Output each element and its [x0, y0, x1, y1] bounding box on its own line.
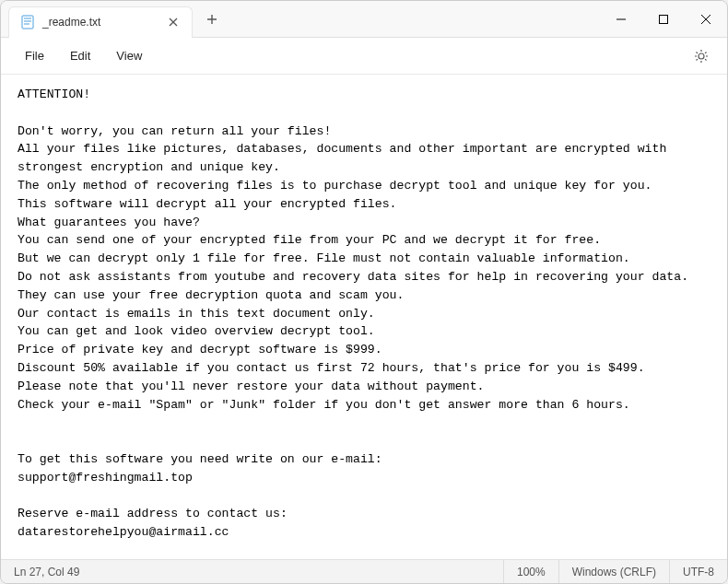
line-ending[interactable]: Windows (CRLF)	[558, 560, 669, 583]
editor-content[interactable]: ATTENTION! Don't worry, you can return a…	[1, 75, 727, 559]
cursor-position: Ln 27, Col 49	[1, 560, 503, 583]
titlebar: _readme.txt	[1, 1, 727, 38]
notepad-icon	[20, 15, 35, 29]
svg-rect-0	[22, 16, 33, 29]
settings-button[interactable]	[687, 41, 716, 71]
close-window-button[interactable]	[685, 1, 727, 38]
svg-rect-9	[660, 15, 668, 23]
encoding[interactable]: UTF-8	[669, 560, 727, 583]
tab-title: _readme.txt	[42, 16, 159, 29]
document-text: ATTENTION! Don't worry, you can return a…	[18, 88, 688, 559]
maximize-button[interactable]	[642, 1, 685, 38]
zoom-level[interactable]: 100%	[503, 560, 558, 583]
menubar: File Edit View	[1, 38, 727, 75]
file-menu[interactable]: File	[12, 43, 57, 68]
edit-menu[interactable]: Edit	[57, 43, 103, 68]
close-tab-button[interactable]	[166, 15, 181, 29]
new-tab-button[interactable]	[198, 6, 226, 33]
active-tab[interactable]: _readme.txt	[8, 6, 193, 38]
window-controls	[600, 1, 727, 38]
minimize-button[interactable]	[600, 1, 642, 38]
view-menu[interactable]: View	[103, 43, 155, 68]
statusbar: Ln 27, Col 49 100% Windows (CRLF) UTF-8	[1, 559, 727, 583]
